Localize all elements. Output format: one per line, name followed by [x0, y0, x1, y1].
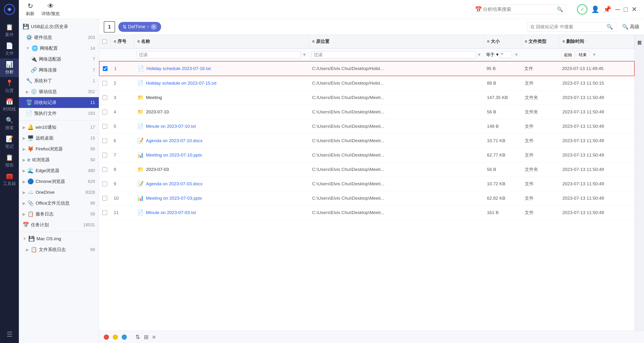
sidebar-item-macos[interactable]: ▼ 💾 Mac OS.img: [19, 234, 99, 244]
row-checkbox[interactable]: [103, 66, 108, 71]
row-checkbox[interactable]: [102, 167, 107, 172]
filter-start-button[interactable]: 起始: [562, 51, 575, 59]
sidebar-item-firefox[interactable]: ▶ 🦊 Firefox浏览器 99: [19, 144, 99, 154]
sidebar-item-case[interactable]: 📋 案件: [0, 21, 19, 40]
file-name-link[interactable]: Minute on 2023-07-10.txt: [146, 124, 196, 129]
topbar-right-icons: ✓ 👤 📌 ─ □ ✕: [577, 4, 637, 14]
dot-blue[interactable]: [122, 334, 127, 340]
sidebar-item-network[interactable]: ▼ 🌐 网络配置 14: [19, 43, 99, 54]
sidebar-item-rdp[interactable]: ▶ 🖥️ 远程桌面 15: [19, 133, 99, 144]
sidebar-item-prefetch[interactable]: 📄 预执行文件 193: [19, 108, 99, 119]
status-grid-icon[interactable]: ⊞: [144, 334, 148, 340]
file-name-link[interactable]: Minute on 2023-07-03.txt: [146, 210, 196, 215]
row-checkbox[interactable]: [102, 182, 107, 186]
maximize-icon[interactable]: □: [624, 6, 628, 13]
table-container: ≡ 序号 ≡ 名称 ≡ 原位置 ≡ 大小 ≡ 文件类型: [99, 35, 644, 331]
file-name-link[interactable]: Holiday schedule 2023-07-16.txt: [146, 66, 211, 71]
sidebar-item-netconn[interactable]: 🔗 网络连接 7: [19, 64, 99, 76]
panel-search-icon[interactable]: 🔍: [606, 24, 613, 30]
top-search-input[interactable]: [483, 6, 557, 12]
user-icon[interactable]: 👤: [591, 6, 600, 13]
status-list-icon[interactable]: ≡: [152, 334, 156, 340]
del-time-sort-icon[interactable]: ↑: [586, 39, 588, 44]
sidebar-item-driver[interactable]: ▶ 💿 驱动信息 352: [19, 86, 99, 97]
detail-preview-button[interactable]: 👁 详情/预览: [42, 2, 60, 16]
table-row: 3 📁Meeting C:/Users/Elvis Chui/Desktop/M…: [99, 90, 634, 105]
row-checkbox[interactable]: [102, 110, 107, 114]
sidebar-item-edge[interactable]: ▶ 🌊 Edge浏览器 480: [19, 165, 99, 176]
close-icon[interactable]: ✕: [632, 6, 637, 13]
row-checkbox[interactable]: [102, 138, 107, 143]
row-name: 📁2023-07-10: [134, 105, 309, 119]
sidebar-item-location[interactable]: 📍 位置: [0, 77, 19, 96]
sidebar-item-win10notif[interactable]: ▶ 🔔 win10通知 17: [19, 122, 99, 133]
filter-size-dropdown-icon[interactable]: ▼: [496, 52, 499, 57]
row-checkbox[interactable]: [102, 196, 107, 200]
sidebar-item-hardware[interactable]: ⚙️ 硬件信息 203: [19, 32, 99, 43]
select-all-checkbox[interactable]: [102, 39, 107, 44]
sidebar-label-ie: IE浏览器: [32, 157, 50, 163]
filter-path-icon[interactable]: ▼: [477, 52, 481, 57]
sidebar-menu-icon[interactable]: ☰: [6, 330, 12, 338]
sidebar-item-tools[interactable]: 🧰 工具箱: [0, 170, 19, 189]
filter-size-input[interactable]: [500, 51, 512, 58]
panel-search-input[interactable]: [530, 24, 604, 30]
dot-red[interactable]: [104, 334, 109, 340]
filter-size-icon[interactable]: ▼: [514, 52, 518, 57]
sidebar-item-chrome[interactable]: ▶ 🔵 Chrome浏览器 629: [19, 176, 99, 187]
file-name-link[interactable]: Holiday schedule on 2023-07-15.txt: [146, 80, 216, 86]
status-check-icon[interactable]: ✓: [577, 4, 588, 14]
refresh-button[interactable]: ↻ 刷新: [26, 2, 34, 16]
sidebar-item-report[interactable]: 📋 报告: [0, 152, 19, 170]
sidebar-item-fslog[interactable]: ▶ 📋 文件系统日志 89: [19, 244, 99, 255]
advanced-button[interactable]: 🔍 高级: [622, 24, 639, 30]
filter-path-input[interactable]: [311, 51, 476, 58]
status-expand-icon[interactable]: ⇅: [135, 334, 140, 340]
filter-end-button[interactable]: 结束: [576, 51, 589, 59]
file-name-link[interactable]: Agenda on 2023-07-10.docx: [146, 138, 202, 143]
row-path: C:\Users\Elvis Chui\Desktop\Meeti...: [309, 206, 484, 220]
row-checkbox[interactable]: [102, 95, 107, 100]
row-seq: 6: [110, 134, 134, 148]
sidebar-item-patch[interactable]: 🔧 系统补丁 1: [19, 76, 99, 86]
badge-hardware: 203: [88, 35, 95, 40]
row-del-time: 2023-07-13 11:50:49: [559, 206, 634, 220]
sidebar-item-notes[interactable]: 📝 笔记: [0, 133, 19, 152]
calendar-icon[interactable]: 📅: [475, 6, 482, 13]
row-checkbox[interactable]: [102, 81, 107, 86]
sidebar-item-search[interactable]: 🔍 搜索: [0, 114, 19, 133]
sidebar-item-onedrive[interactable]: ▶ ☁️ OneDrive 8328: [19, 187, 99, 198]
badge-fslog: 89: [90, 247, 95, 252]
filter-name-icon[interactable]: ▼: [302, 52, 306, 57]
row-seq: 1: [111, 62, 134, 76]
dot-yellow[interactable]: [113, 334, 118, 340]
file-name-link[interactable]: Meeting on 2023-07-10.pptx: [146, 152, 202, 158]
sort-button[interactable]: ⇅ DelTime ↑ ✕: [118, 22, 161, 32]
sidebar-item-timeline[interactable]: 📅 时间线: [0, 96, 19, 114]
filter-del-time-icon[interactable]: ▼: [592, 52, 596, 57]
sidebar-label-driver: 驱动信息: [39, 89, 57, 95]
sort-close-button[interactable]: ✕: [151, 24, 157, 30]
sidebar-item-taskplan[interactable]: 📅 任务计划 18531: [19, 220, 99, 230]
driver-icon: 💿: [31, 89, 37, 95]
sidebar-item-adapter[interactable]: 🔌 网络适配器 7: [19, 54, 99, 64]
row-path: C:\Users\Elvis Chui\Desktop\Meeti...: [309, 191, 484, 205]
row-name: 📁2023-07-03: [134, 162, 309, 176]
search-icon[interactable]: 🔍: [557, 6, 563, 12]
row-checkbox[interactable]: [102, 153, 107, 158]
sidebar-item-servicelog[interactable]: ▶ 📋 服务日志 58: [19, 209, 99, 220]
row-checkbox[interactable]: [102, 124, 107, 129]
minimize-icon[interactable]: ─: [615, 6, 620, 13]
sidebar-item-file[interactable]: 📄 文件: [0, 40, 19, 58]
sidebar-item-ie[interactable]: ▶ e IE浏览器 50: [19, 154, 99, 165]
sidebar-item-office[interactable]: ▶ 📎 Office文件元信息 99: [19, 198, 99, 209]
sidebar-item-recycle[interactable]: 🗑️ 回收站记录 11: [19, 97, 99, 108]
sidebar-item-usb[interactable]: 💾 USB起止次/历史录: [19, 21, 99, 32]
sidebar-item-analyze[interactable]: 📊 分析: [0, 58, 19, 77]
file-name-link[interactable]: Meeting on 2023-07-03.pptx: [146, 196, 202, 201]
row-del-time: 2023-07-13 11:50:49: [559, 90, 634, 105]
pin-icon[interactable]: 📌: [603, 6, 612, 13]
file-name-link[interactable]: Agenda on 2023-07-03.docx: [146, 181, 202, 186]
filter-name-input[interactable]: [136, 51, 301, 58]
row-checkbox[interactable]: [102, 210, 107, 215]
